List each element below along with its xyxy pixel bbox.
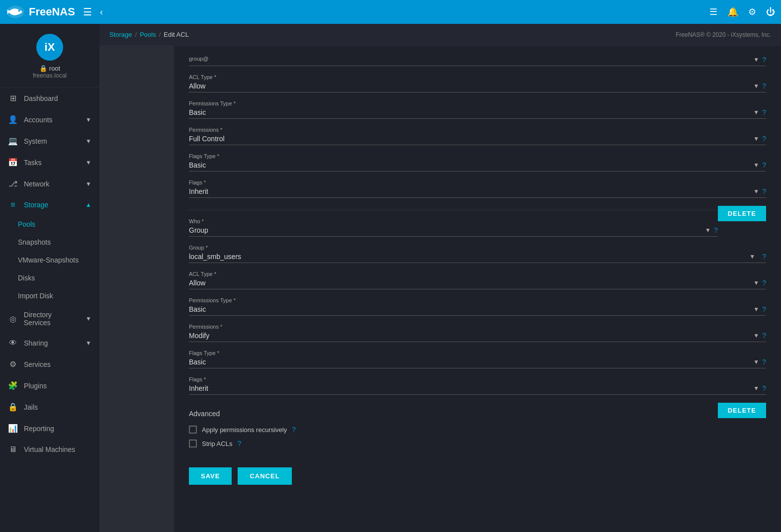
system-icon: 💻 — [8, 136, 18, 146]
breadcrumb-pools[interactable]: Pools — [140, 31, 156, 38]
help-icon[interactable]: ? — [762, 135, 766, 143]
apply-recursively-checkbox[interactable] — [189, 426, 197, 434]
flags-type-value-1: Basic — [189, 161, 753, 169]
help-icon[interactable]: ? — [762, 56, 766, 64]
tasks-icon[interactable]: ☰ — [709, 6, 717, 17]
power-icon[interactable]: ⏻ — [766, 7, 775, 17]
sidebar-item-virtual-machines[interactable]: 🖥 Virtual Machines — [0, 439, 99, 460]
directory-services-icon: ◎ — [8, 314, 18, 324]
logo: FreeNAS — [6, 4, 75, 19]
help-icon[interactable]: ? — [762, 108, 766, 116]
strip-acls-help-icon[interactable]: ? — [237, 440, 241, 447]
avatar-text: iX — [45, 41, 55, 54]
save-button[interactable]: SAVE — [189, 467, 232, 485]
form-main: group@ ▼ ? ACL Type * Allow ▼ — [174, 46, 781, 532]
top-nav: FreeNAS ☰ ‹ ☰ 🔔 ⚙ ⏻ — [0, 0, 781, 24]
delete-button-1[interactable]: DELETE — [718, 206, 766, 221]
help-icon[interactable]: ? — [762, 187, 766, 195]
help-icon[interactable]: ? — [762, 82, 766, 90]
chevron-down-icon: ▼ — [86, 340, 91, 347]
breadcrumb-storage[interactable]: Storage — [109, 31, 132, 38]
sidebar-item-tasks[interactable]: 📅 Tasks ▼ — [0, 152, 99, 173]
help-icon[interactable]: ? — [714, 226, 718, 234]
field-flags-2: Flags * Inherit ▼ ? — [189, 376, 766, 395]
sidebar-sub-label: Import Disk — [18, 292, 53, 300]
main-layout: iX 🔒 root freenas.local ⊞ Dashboard 👤 Ac… — [0, 24, 781, 532]
flags-value-2: Inherit — [189, 384, 753, 392]
sidebar-item-sharing[interactable]: 👁 Sharing ▼ — [0, 333, 99, 354]
sidebar-item-label: Accounts — [24, 116, 53, 124]
content-area: Storage / Pools / Edit ACL FreeNAS® © 20… — [99, 24, 781, 532]
field-flags-type-1: Flags Type * Basic ▼ ? — [189, 153, 766, 172]
who-label-2: Who * — [189, 218, 718, 224]
help-icon[interactable]: ? — [762, 279, 766, 287]
sidebar-item-reporting[interactable]: 📊 Reporting — [0, 418, 99, 439]
sidebar-item-services[interactable]: ⚙ Services — [0, 354, 99, 375]
dropdown-arrow-icon: ▼ — [753, 56, 759, 63]
group-input-2[interactable] — [189, 253, 745, 261]
help-icon[interactable]: ? — [762, 384, 766, 392]
notifications-icon[interactable]: 🔔 — [727, 6, 738, 17]
delete-button-2[interactable]: DELETE — [718, 403, 766, 418]
sidebar-item-label: Tasks — [24, 159, 42, 167]
sidebar-subitem-disks[interactable]: Disks — [0, 269, 99, 287]
form-sidebar-panel — [99, 46, 174, 532]
field-permissions-1: Permissions * Full Control ▼ ? — [189, 127, 766, 145]
perm-label-2: Permissions * — [189, 324, 766, 330]
vm-icon: 🖥 — [8, 445, 18, 454]
breadcrumb-current: Edit ACL — [164, 31, 189, 38]
dropdown-arrow-icon: ▼ — [753, 162, 759, 169]
field-permissions-type-1: Permissions Type * Basic ▼ ? — [189, 100, 766, 119]
strip-acls-row: Strip ACLs ? — [189, 440, 766, 447]
sidebar-item-label: Directory Services — [24, 311, 80, 327]
jails-icon: 🔒 — [8, 402, 18, 412]
dropdown-arrow-icon: ▼ — [753, 358, 759, 365]
svg-point-1 — [18, 10, 20, 12]
sidebar-subitem-import-disk[interactable]: Import Disk — [0, 287, 99, 305]
user-profile: iX 🔒 root freenas.local — [0, 24, 99, 88]
sidebar-subitem-pools[interactable]: Pools — [0, 215, 99, 233]
help-icon[interactable]: ? — [762, 358, 766, 366]
sidebar-item-dashboard[interactable]: ⊞ Dashboard — [0, 88, 99, 109]
accounts-icon: 👤 — [8, 115, 18, 124]
tasks-nav-icon: 📅 — [8, 158, 18, 167]
dropdown-arrow-icon: ▼ — [753, 135, 759, 142]
help-icon[interactable]: ? — [762, 332, 766, 340]
sidebar-item-label: Services — [24, 360, 51, 368]
strip-acls-checkbox[interactable] — [189, 440, 197, 447]
dropdown-arrow-icon: ▼ — [753, 83, 759, 89]
sidebar-sub-label: Pools — [18, 220, 35, 228]
back-icon[interactable]: ‹ — [100, 7, 103, 17]
sidebar-item-directory-services[interactable]: ◎ Directory Services ▼ — [0, 305, 99, 333]
field-acl-type-1: ACL Type * Allow ▼ ? — [189, 74, 766, 92]
sidebar-item-accounts[interactable]: 👤 Accounts ▼ — [0, 109, 99, 130]
sidebar-subitem-vmware-snapshots[interactable]: VMware-Snapshots — [0, 251, 99, 269]
breadcrumb: Storage / Pools / Edit ACL FreeNAS® © 20… — [99, 24, 781, 46]
sidebar-sub-label: VMware-Snapshots — [18, 256, 79, 264]
sidebar-sub-label: Disks — [18, 274, 35, 282]
sidebar-item-storage[interactable]: ≡ Storage ▲ — [0, 194, 99, 215]
cancel-button[interactable]: CANCEL — [238, 467, 291, 485]
dropdown-arrow-icon: ▼ — [753, 385, 759, 392]
who-select-row-1[interactable]: group@ ▼ ? — [189, 56, 766, 66]
chevron-down-icon: ▼ — [86, 138, 91, 145]
apply-recursively-help-icon[interactable]: ? — [292, 426, 296, 434]
help-icon[interactable]: ? — [762, 305, 766, 313]
sidebar-subitem-snapshots[interactable]: Snapshots — [0, 233, 99, 251]
sidebar-item-plugins[interactable]: 🧩 Plugins — [0, 375, 99, 396]
sidebar-item-network[interactable]: ⎇ Network ▼ — [0, 173, 99, 194]
group-label-2: Group * — [189, 245, 766, 251]
chevron-down-icon: ▼ — [86, 315, 91, 322]
acl-type-value-1: Allow — [189, 82, 753, 90]
help-icon[interactable]: ? — [762, 161, 766, 169]
field-who-1: group@ ▼ ? — [189, 56, 766, 66]
dropdown-arrow-icon: ▼ — [749, 253, 755, 260]
settings-icon[interactable]: ⚙ — [748, 6, 756, 17]
sidebar-item-jails[interactable]: 🔒 Jails — [0, 396, 99, 418]
sidebar-item-system[interactable]: 💻 System ▼ — [0, 130, 99, 152]
help-icon[interactable]: ? — [762, 253, 766, 261]
acl-type-label-2: ACL Type * — [189, 271, 766, 277]
who-value-2: Group — [189, 226, 705, 234]
hamburger-menu-icon[interactable]: ☰ — [83, 6, 92, 18]
perm-label-1: Permissions * — [189, 127, 766, 133]
